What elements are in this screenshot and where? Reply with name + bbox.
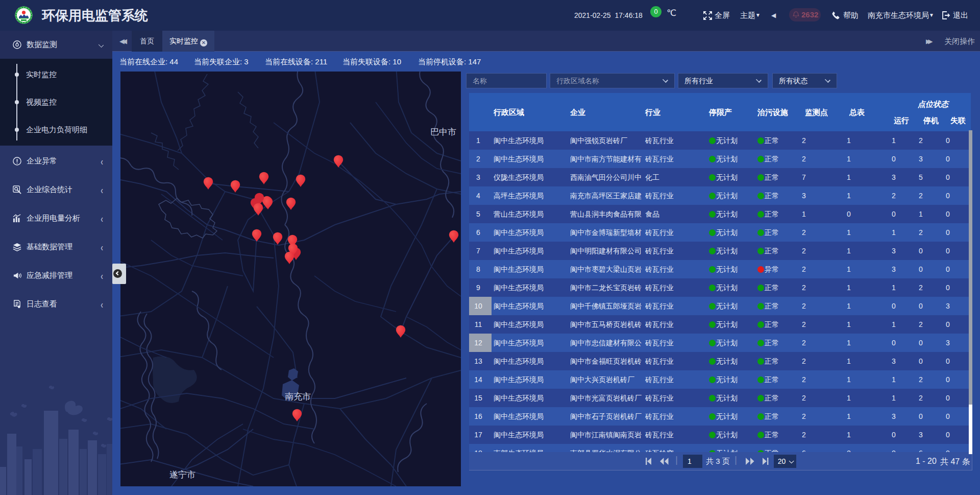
svg-text:南充市: 南充市 [285,392,311,402]
svg-text:遂宁市: 遂宁市 [169,470,195,480]
svg-text:巴中市: 巴中市 [430,127,456,137]
